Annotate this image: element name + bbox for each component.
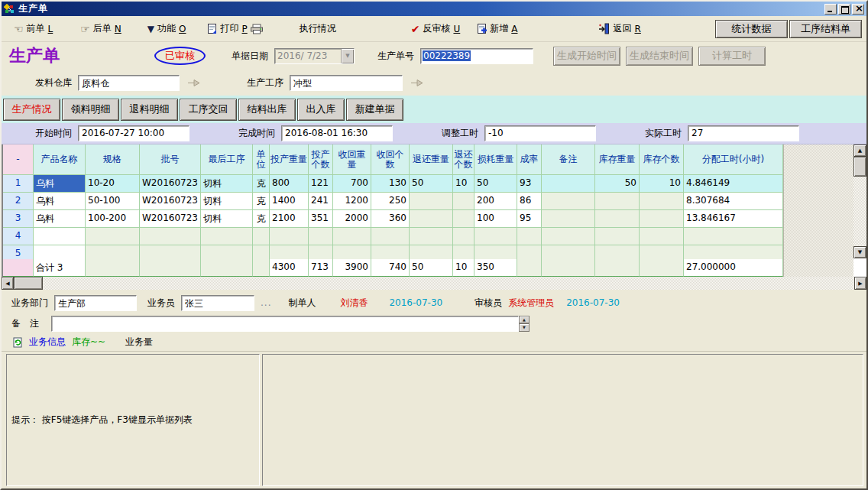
clerk-picker-dots[interactable]: ...: [261, 297, 271, 308]
grid-cell[interactable]: [333, 245, 371, 259]
spin-up-icon[interactable]: ▲: [519, 316, 530, 324]
picker-arrow-icon[interactable]: [410, 79, 424, 87]
grid-cell[interactable]: W20160723: [140, 193, 201, 210]
grid-cell[interactable]: [410, 228, 453, 245]
toolbar-item-print[interactable]: 打印P: [207, 22, 262, 35]
grid-cell[interactable]: [474, 228, 517, 245]
grid-cell[interactable]: [542, 228, 595, 245]
vertical-scrollbar[interactable]: ▲ ▼: [853, 144, 866, 277]
grid-col-header[interactable]: -: [3, 144, 34, 175]
vscroll-thumb[interactable]: [853, 157, 866, 177]
picker-arrow-icon[interactable]: [187, 79, 201, 87]
grid-cell[interactable]: [270, 245, 309, 259]
order-no-input[interactable]: 00222389: [420, 48, 533, 64]
grid-cell[interactable]: 乌料: [34, 210, 86, 228]
grid-cell[interactable]: 克: [253, 175, 270, 193]
tab-5[interactable]: 出入库: [297, 99, 345, 121]
grid-cell[interactable]: [34, 245, 86, 259]
grid-cell[interactable]: [542, 245, 595, 259]
grid-col-header[interactable]: 库存个数: [640, 144, 684, 175]
grid-cell[interactable]: 乌料: [34, 193, 86, 210]
grid-cell[interactable]: [309, 228, 333, 245]
row-number-cell[interactable]: 2: [3, 193, 34, 210]
grid-cell[interactable]: W20160723: [140, 175, 201, 193]
grid-cell[interactable]: 95: [517, 210, 542, 228]
grid-cell[interactable]: [253, 245, 270, 259]
scroll-up-icon[interactable]: ▲: [853, 144, 866, 157]
scroll-left-icon[interactable]: ◀: [2, 277, 14, 290]
gen-button-1[interactable]: 生成结束时间: [626, 47, 693, 66]
grid-cell[interactable]: W20160723: [140, 210, 201, 228]
grid-cell[interactable]: 2000: [333, 210, 371, 228]
grid-cell[interactable]: 100: [474, 210, 517, 228]
row-number-cell[interactable]: 5: [3, 245, 34, 259]
grid-cell[interactable]: [595, 210, 640, 228]
grid-cell[interactable]: [453, 245, 474, 259]
process-material-sheet-button[interactable]: 工序结料单: [789, 20, 862, 38]
grid-col-header[interactable]: 库存重量: [595, 144, 640, 175]
spin-down-icon[interactable]: ▼: [519, 323, 530, 332]
grid-cell[interactable]: [517, 228, 542, 245]
grid-cell[interactable]: [270, 228, 309, 245]
grid-cell[interactable]: 2100: [270, 210, 309, 228]
grid-cell[interactable]: 200: [474, 193, 517, 210]
grid-cell[interactable]: 50-100: [86, 193, 140, 210]
toolbar-item-funcs[interactable]: ▼功能O: [147, 22, 186, 35]
grid-cell[interactable]: [453, 210, 474, 228]
gen-button-0[interactable]: 生成开始时间: [553, 47, 620, 66]
toolbar-item-exec[interactable]: 执行情况: [300, 22, 339, 35]
grid-cell[interactable]: 1400: [270, 193, 309, 210]
grid-cell[interactable]: [640, 228, 684, 245]
grid-col-header[interactable]: 分配工时(小时): [684, 144, 783, 175]
grid-cell[interactable]: [333, 228, 371, 245]
grid-col-header[interactable]: 规格: [86, 144, 140, 175]
grid-cell[interactable]: 切料: [201, 210, 253, 228]
warehouse-input[interactable]: 原料仓: [78, 75, 180, 91]
grid-col-header[interactable]: 最后工序: [201, 144, 253, 175]
grid-cell[interactable]: 250: [371, 193, 410, 210]
maximize-button[interactable]: [838, 4, 850, 15]
minimize-button[interactable]: [824, 4, 837, 15]
grid-cell[interactable]: [517, 245, 542, 259]
stats-data-button[interactable]: 统计数据: [715, 20, 788, 38]
grid-cell[interactable]: 50: [595, 175, 640, 193]
grid-col-header[interactable]: 投产个数: [309, 144, 333, 175]
grid-cell[interactable]: 13.846167: [684, 210, 783, 228]
grid-cell[interactable]: 93: [517, 175, 542, 193]
grid-cell[interactable]: [595, 245, 640, 259]
grid-cell[interactable]: 10: [640, 175, 684, 193]
grid-cell[interactable]: 乌料: [34, 175, 86, 193]
toolbar-item-prev[interactable]: ☜前单L: [14, 22, 53, 35]
grid-col-header[interactable]: 产品名称: [34, 144, 86, 175]
grid-cell[interactable]: 切料: [201, 193, 253, 210]
grid-cell[interactable]: [542, 193, 595, 210]
toolbar-item-next[interactable]: ☞后单N: [80, 22, 121, 35]
adjust-hours-input[interactable]: -10: [484, 125, 596, 141]
grid-cell[interactable]: [201, 228, 253, 245]
grid-cell[interactable]: 700: [333, 175, 371, 193]
finish-time-input[interactable]: 2016-08-01 16:30: [281, 125, 393, 141]
row-number-cell[interactable]: 1: [3, 175, 34, 193]
hscroll-thumb[interactable]: [14, 277, 43, 290]
grid-cell[interactable]: [309, 245, 333, 259]
grid-cell[interactable]: 86: [517, 193, 542, 210]
horizontal-scrollbar[interactable]: ◀ ▶: [2, 277, 866, 290]
grid-cell[interactable]: [640, 245, 684, 259]
grid-cell[interactable]: [140, 245, 201, 259]
tab-6[interactable]: 新建单据: [346, 99, 403, 121]
tab-1[interactable]: 领料明细: [62, 99, 119, 121]
grid-col-header[interactable]: 批号: [140, 144, 201, 175]
grid-cell[interactable]: 10: [453, 175, 474, 193]
grid-cell[interactable]: [410, 210, 453, 228]
remark-input[interactable]: [51, 316, 519, 332]
refresh-icon[interactable]: [13, 337, 23, 348]
grid-cell[interactable]: [371, 228, 410, 245]
tab-0[interactable]: 生产情况: [3, 99, 60, 121]
toolbar-item-add[interactable]: 新增A: [477, 22, 517, 35]
grid-cell[interactable]: 121: [309, 175, 333, 193]
grid-cell[interactable]: 4.846149: [684, 175, 783, 193]
order-date-picker[interactable]: 2016/ 7/23 ▼: [274, 48, 355, 64]
grid-cell[interactable]: 360: [371, 210, 410, 228]
grid-cell[interactable]: [86, 245, 140, 259]
process-input[interactable]: 冲型: [290, 75, 403, 91]
